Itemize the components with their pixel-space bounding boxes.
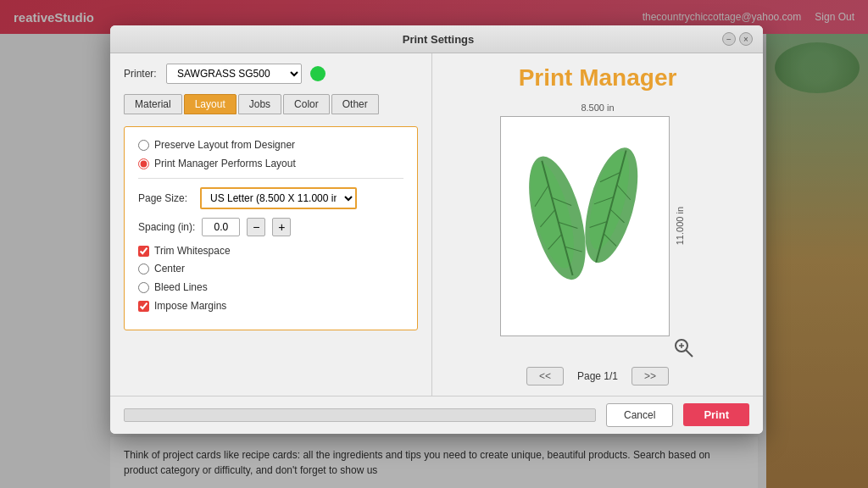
page-size-label: Page Size:: [138, 192, 193, 204]
prev-page-button[interactable]: <<: [526, 367, 564, 385]
minimize-button[interactable]: −: [722, 32, 736, 46]
trim-whitespace-row: Trim Whitespace: [138, 245, 403, 257]
spacing-input[interactable]: [202, 218, 240, 236]
trim-whitespace-checkbox[interactable]: [138, 246, 149, 257]
preserve-layout-radio[interactable]: [138, 140, 149, 151]
print-manager-title-orange: Manager: [579, 64, 676, 91]
printer-row: Printer: SAWGRASS SG500: [124, 64, 418, 84]
trim-whitespace-label: Trim Whitespace: [154, 245, 231, 257]
printer-label: Printer:: [124, 68, 158, 80]
page-size-select[interactable]: US Letter (8.500 X 11.000 in): [200, 187, 357, 209]
center-radio[interactable]: [138, 263, 149, 274]
print-manager-layout-label: Print Manager Performs Layout: [154, 158, 296, 169]
printer-status-indicator: [310, 66, 326, 81]
page-size-row: Page Size: US Letter (8.500 X 11.000 in): [138, 187, 403, 209]
print-manager-layout-radio[interactable]: [138, 158, 149, 169]
tab-color[interactable]: Color: [283, 94, 330, 114]
zoom-icon-container: [671, 336, 695, 362]
tab-layout[interactable]: Layout: [184, 94, 236, 114]
page-indicator: Page 1/1: [577, 370, 618, 382]
settings-tabs: Material Layout Jobs Color Other: [124, 94, 418, 114]
impose-margins-row: Impose Margins: [138, 300, 403, 312]
center-row: Center: [138, 263, 403, 274]
bleed-lines-label: Bleed Lines: [154, 281, 208, 293]
progress-bar: [124, 408, 596, 422]
modal-title: Print Settings: [154, 33, 722, 46]
spacing-label: Spacing (in):: [138, 221, 195, 233]
close-button[interactable]: ×: [739, 32, 753, 46]
settings-box: Preserve Layout from Designer Print Mana…: [124, 126, 418, 330]
preview-height-label: 11.000 in: [675, 207, 685, 245]
print-settings-dialog: Print Settings − × Printer: SAWGRASS SG5…: [110, 25, 763, 434]
print-preview-area: 8.500 in: [500, 103, 695, 336]
preview-container: 11.000 in: [500, 116, 695, 336]
modal-content: Printer: SAWGRASS SG500 Material Layout …: [110, 53, 763, 396]
zoom-icon[interactable]: [671, 336, 695, 359]
printer-select[interactable]: SAWGRASS SG500: [166, 64, 302, 84]
bleed-lines-row: Bleed Lines: [138, 281, 403, 293]
cancel-button[interactable]: Cancel: [606, 403, 673, 427]
svg-line-19: [686, 350, 693, 357]
impose-margins-label: Impose Margins: [154, 300, 226, 312]
tab-jobs[interactable]: Jobs: [238, 94, 281, 114]
preserve-layout-label: Preserve Layout from Designer: [154, 139, 295, 151]
next-page-button[interactable]: >>: [632, 367, 669, 385]
bleed-lines-radio[interactable]: [138, 282, 149, 293]
preview-width-label: 8.500 in: [500, 103, 695, 113]
window-controls: − ×: [722, 32, 753, 46]
print-button[interactable]: Print: [683, 403, 749, 426]
page-navigation: << Page 1/1 >>: [526, 367, 669, 385]
preview-paper: [500, 116, 670, 336]
print-manager-layout-row: Print Manager Performs Layout: [138, 158, 403, 169]
leaf-preview-image: [509, 125, 661, 328]
impose-margins-checkbox[interactable]: [138, 301, 149, 312]
left-panel: Printer: SAWGRASS SG500 Material Layout …: [110, 53, 432, 396]
tab-material[interactable]: Material: [124, 94, 182, 114]
tab-other[interactable]: Other: [331, 94, 379, 114]
divider: [138, 178, 403, 179]
print-manager-title-gray: Print: [519, 64, 580, 91]
right-panel: Print Manager 8.500 in: [432, 53, 763, 396]
modal-titlebar: Print Settings − ×: [110, 25, 763, 53]
modal-footer: Cancel Print: [110, 396, 763, 434]
print-manager-title: Print Manager: [519, 64, 677, 92]
spacing-decrement-button[interactable]: −: [247, 218, 265, 236]
spacing-row: Spacing (in): − +: [138, 218, 403, 236]
preserve-layout-row: Preserve Layout from Designer: [138, 139, 403, 151]
spacing-increment-button[interactable]: +: [272, 218, 291, 236]
center-label: Center: [154, 263, 185, 274]
